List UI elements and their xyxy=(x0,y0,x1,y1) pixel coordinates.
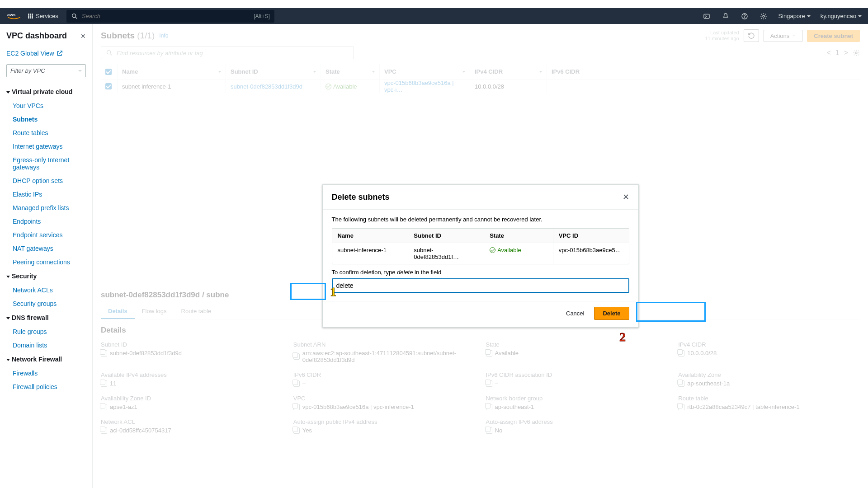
search-icon xyxy=(71,13,78,20)
main-content: Subnets (1/1) Info Last updated11 minute… xyxy=(93,24,868,488)
sidebar-item[interactable]: NAT gateways xyxy=(0,242,92,255)
sidebar: VPC dashboard✕ EC2 Global View Filter by… xyxy=(0,24,93,488)
chevron-down-icon xyxy=(78,70,82,72)
sidebar-item[interactable]: Route tables xyxy=(0,126,92,140)
svg-line-2 xyxy=(75,17,77,19)
sidebar-item[interactable]: DHCP option sets xyxy=(0,174,92,188)
sidebar-section[interactable]: DNS firewall xyxy=(0,310,92,325)
aws-logo[interactable]: aws xyxy=(6,11,22,21)
delete-subnets-modal: Delete subnets ✕ The following subnets w… xyxy=(322,184,639,328)
search-hint: [Alt+S] xyxy=(254,13,270,19)
sidebar-item[interactable]: Internet gateways xyxy=(0,140,92,153)
svg-point-5 xyxy=(745,18,745,18)
search-input[interactable] xyxy=(82,13,250,19)
chevron-down-icon xyxy=(807,15,811,17)
sidebar-item[interactable]: Domain lists xyxy=(0,338,92,352)
svg-rect-3 xyxy=(704,14,709,18)
sidebar-item[interactable]: Endpoints xyxy=(0,215,92,228)
confirm-instruction: To confirm deletion, type delete in the … xyxy=(332,269,629,276)
sidebar-section[interactable]: Network Firewall xyxy=(0,352,92,366)
svg-text:aws: aws xyxy=(7,12,16,17)
delete-button[interactable]: Delete xyxy=(594,307,629,320)
sidebar-item[interactable]: Firewall policies xyxy=(0,380,92,394)
external-link-icon xyxy=(56,50,63,57)
region-selector[interactable]: Singapore xyxy=(778,13,810,19)
grid-icon xyxy=(28,14,33,19)
modal-title: Delete subnets xyxy=(332,192,390,202)
sidebar-section[interactable]: Security xyxy=(0,269,92,283)
account-menu[interactable]: ky.nguyencao xyxy=(821,13,862,19)
sidebar-item[interactable]: Network ACLs xyxy=(0,283,92,297)
chevron-down-icon xyxy=(858,15,862,17)
notifications-icon[interactable] xyxy=(721,12,730,21)
sidebar-title: VPC dashboard✕ xyxy=(0,29,92,46)
cloudshell-icon[interactable] xyxy=(702,12,711,21)
modal-overlay: Delete subnets ✕ The following subnets w… xyxy=(93,24,868,488)
sidebar-item[interactable]: Firewalls xyxy=(0,366,92,380)
top-navbar: aws Services [Alt+S] Singapore ky.nguyen… xyxy=(0,8,868,24)
chevron-down-icon xyxy=(6,359,10,361)
global-search[interactable]: [Alt+S] xyxy=(66,10,274,23)
sidebar-item[interactable]: Peering connections xyxy=(0,255,92,269)
sidebar-item[interactable]: Managed prefix lists xyxy=(0,201,92,215)
sidebar-item[interactable]: Rule groups xyxy=(0,325,92,338)
chevron-down-icon xyxy=(6,91,10,94)
modal-message: The following subnets will be deleted pe… xyxy=(332,216,629,223)
services-label: Services xyxy=(36,13,58,19)
svg-point-6 xyxy=(763,15,764,17)
close-icon[interactable]: ✕ xyxy=(623,192,629,202)
sidebar-item[interactable]: Subnets xyxy=(0,113,92,126)
close-icon[interactable]: ✕ xyxy=(80,33,86,40)
services-menu[interactable]: Services xyxy=(28,13,58,19)
cancel-button[interactable]: Cancel xyxy=(561,307,590,320)
modal-table-row: subnet-inference-1 subnet-0def82853dd1f…… xyxy=(332,243,629,264)
sidebar-section[interactable]: Virtual private cloud xyxy=(0,84,92,99)
check-circle-icon xyxy=(490,247,495,253)
chevron-down-icon xyxy=(6,317,10,319)
sidebar-item[interactable]: Endpoint services xyxy=(0,228,92,242)
sidebar-item[interactable]: Elastic IPs xyxy=(0,188,92,201)
chevron-down-icon xyxy=(6,276,10,278)
confirm-delete-input[interactable] xyxy=(332,278,629,293)
filter-vpc-select[interactable]: Filter by VPC xyxy=(6,64,86,77)
settings-icon[interactable] xyxy=(759,12,768,21)
modal-table: Name Subnet ID State VPC ID subnet-infer… xyxy=(332,228,629,264)
sidebar-item[interactable]: Your VPCs xyxy=(0,99,92,113)
sidebar-item[interactable]: Egress-only Internet gateways xyxy=(0,153,92,174)
ec2-global-view-link[interactable]: EC2 Global View xyxy=(0,46,92,61)
svg-point-1 xyxy=(72,14,76,17)
help-icon[interactable] xyxy=(740,12,749,21)
sidebar-item[interactable]: Security groups xyxy=(0,297,92,310)
